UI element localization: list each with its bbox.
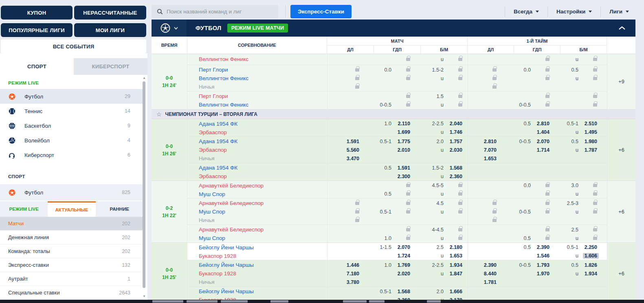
- tab-live-mode[interactable]: РЕЖИМ LIVE: [0, 201, 48, 217]
- odds-line[interactable]: 1.546: [515, 252, 561, 260]
- more-markets-button[interactable]: +9: [607, 54, 635, 109]
- match-row[interactable]: Арнавуткёй БеледиеспорМуш СпорНичья0.5-1…: [187, 198, 607, 225]
- always-dropdown[interactable]: Всегда: [505, 9, 547, 15]
- odds-line[interactable]: 1.699: [374, 128, 422, 137]
- match-row[interactable]: Веллингтон Фениксuu: [187, 54, 607, 65]
- my-leagues-button[interactable]: МОИ ЛИГИ: [74, 23, 146, 37]
- search-input[interactable]: [167, 9, 270, 15]
- coupon-button[interactable]: КУПОН: [1, 6, 73, 20]
- sport-selector[interactable]: [152, 20, 187, 37]
- odds-line[interactable]: 7.070: [468, 146, 515, 154]
- scrollbar-thumb[interactable]: [143, 81, 145, 288]
- odds-line[interactable]: 2.01.666: [422, 287, 468, 296]
- odds-line[interactable]: 2.010: [374, 146, 422, 154]
- all-events-button[interactable]: ВСЕ СОБЫТИЯ: [1, 39, 146, 53]
- popular-leagues-button[interactable]: ПОПУЛЯРНЫЕ ЛИГИ: [1, 23, 73, 37]
- star-icon[interactable]: ☆: [156, 111, 162, 117]
- odds-line[interactable]: 2.810: [468, 137, 515, 146]
- scroll-up-icon[interactable]: ▲: [142, 76, 146, 80]
- sidebar-item-football-prematch[interactable]: Футбол 825: [0, 184, 143, 201]
- odds-line[interactable]: 2.52.180: [422, 243, 468, 252]
- odds-line[interactable]: 2.01.757: [422, 137, 468, 146]
- match-row[interactable]: Бейоглу Йени ЧаршыБукаспор 1928Ничья1.44…: [187, 260, 607, 287]
- odds-line[interactable]: u2.360: [422, 172, 468, 181]
- odds-line[interactable]: 2.300: [374, 172, 422, 181]
- match-row[interactable]: Арнавуткёй БеледиеспорМуш Спор0.54.5-5u0…: [187, 181, 607, 198]
- match-row[interactable]: Бейоглу Йени ЧаршыБукаспор 19281-1.52.07…: [187, 243, 607, 260]
- market-filter-item[interactable]: Аутрайт1: [0, 272, 143, 286]
- match-row[interactable]: Адана 1954 ФКЭрбааспорНичья1.5915.5603.4…: [187, 137, 607, 163]
- odds-line[interactable]: 1.970: [515, 269, 561, 278]
- sidebar-item-volleyball[interactable]: Волейбол4: [0, 133, 143, 148]
- tab-early[interactable]: РАННИЕ: [96, 201, 143, 217]
- tab-sport[interactable]: СПОРТ: [0, 58, 74, 75]
- odds-line[interactable]: 8.440: [468, 269, 515, 278]
- odds-line[interactable]: 7.180: [327, 269, 374, 278]
- more-markets-button[interactable]: +6: [607, 181, 635, 242]
- more-markets-button[interactable]: +6: [607, 243, 635, 300]
- match-row[interactable]: Перт ГлориВеллингтон ФениксНичья0.01.5-2…: [187, 65, 607, 92]
- odds-line[interactable]: 0.5-11.568: [374, 287, 422, 296]
- odds-line[interactable]: 1.591: [327, 137, 374, 146]
- odds-line[interactable]: 2.390: [468, 261, 515, 269]
- market-filter-item[interactable]: Команда: тоталы202: [0, 244, 143, 258]
- odds-line[interactable]: u1.787: [561, 146, 607, 154]
- odds-line[interactable]: 3.470: [327, 154, 374, 163]
- odds-line[interactable]: u1.606: [561, 252, 607, 260]
- sidebar-scrollbar[interactable]: ▲ ▼: [143, 76, 146, 298]
- odds-line[interactable]: 3.780: [327, 278, 374, 286]
- odds-line[interactable]: 0-0.52.070: [515, 137, 561, 146]
- odds-line[interactable]: 1.781: [468, 278, 515, 286]
- odds-line[interactable]: 5.560: [327, 146, 374, 154]
- odds-line[interactable]: 1.653: [468, 154, 515, 163]
- sidebar-item-esports[interactable]: Киберспорт6: [0, 148, 143, 162]
- market-filter-item[interactable]: Матчи202: [0, 217, 143, 231]
- match-row[interactable]: Арнавуткёй БеледиеспорМуш Спор1.04-4.5u0…: [187, 225, 607, 242]
- sidebar-item-basketball[interactable]: Баскетбол9: [0, 118, 143, 133]
- sidebar-item-tennis[interactable]: Теннис14: [0, 104, 143, 118]
- odds-line[interactable]: u1.495: [561, 128, 607, 137]
- odds-line[interactable]: 2-2.52.040: [422, 120, 468, 128]
- tab-actual[interactable]: АКТУАЛЬНЫЕ: [48, 201, 95, 217]
- market-filter-item[interactable]: Денежная линия202: [0, 231, 143, 244]
- odds-line[interactable]: 1.5-21.568: [422, 163, 468, 172]
- scroll-down-icon[interactable]: ▼: [142, 295, 146, 298]
- more-markets-button[interactable]: +6: [607, 119, 635, 181]
- sidebar-item-football[interactable]: Футбол29: [0, 89, 143, 104]
- leagues-dropdown[interactable]: Лиги: [601, 9, 637, 15]
- odds-line[interactable]: 0.5-12.510: [561, 120, 607, 128]
- odds-line[interactable]: u1.847: [422, 269, 468, 278]
- odds-line[interactable]: 0.52.390: [515, 243, 561, 252]
- match-row[interactable]: Бейоглу Йени ЧаршыБукаспор 19280.5-11.56…: [187, 287, 607, 300]
- express-bets-button[interactable]: Экспресс-Ставки: [290, 5, 352, 18]
- odds-line[interactable]: 2.360: [374, 296, 422, 300]
- unsettled-button[interactable]: НЕРАССЧИТАННЫЕ: [74, 6, 146, 20]
- collapse-section-button[interactable]: [618, 26, 626, 30]
- odds-line[interactable]: u2.170: [422, 296, 468, 300]
- odds-line[interactable]: u2.030: [422, 146, 468, 154]
- odds-line[interactable]: 2.020: [374, 269, 422, 278]
- match-row[interactable]: Перт ГлориВеллингтон Феникс0-0.51.5u0-0.…: [187, 92, 607, 109]
- match-row[interactable]: Адана 1954 ФКЭрбааспор0.51.5912.3001.5-2…: [187, 163, 607, 181]
- odds-line[interactable]: 2-2.51.934: [422, 261, 468, 269]
- odds-line[interactable]: 0.51.826: [561, 261, 607, 269]
- odds-line[interactable]: u1.746: [422, 128, 468, 137]
- search-box[interactable]: [152, 5, 278, 18]
- odds-line[interactable]: 0.51.591: [374, 163, 422, 172]
- odds-line[interactable]: 1.446: [327, 261, 374, 269]
- settings-dropdown[interactable]: Настройки: [548, 9, 600, 15]
- odds-line[interactable]: 0.5-11.775: [374, 137, 422, 146]
- odds-line[interactable]: 1.01.769: [374, 261, 422, 269]
- odds-line[interactable]: 0.5-12.250: [561, 243, 607, 252]
- odds-line[interactable]: 1.02.110: [374, 120, 422, 128]
- odds-line[interactable]: u1.934: [561, 269, 607, 278]
- odds-line[interactable]: 1.714: [515, 146, 561, 154]
- odds-line[interactable]: 1-1.52.070: [374, 243, 422, 252]
- odds-line[interactable]: 1.404: [515, 128, 561, 137]
- odds-line[interactable]: 0-0.51.793: [515, 261, 561, 269]
- market-filter-item[interactable]: Специальные ставки2643: [0, 286, 143, 300]
- market-filter-item[interactable]: Экспресс-ставки132: [0, 258, 143, 272]
- odds-line[interactable]: 0.52.810: [515, 120, 561, 128]
- odds-line[interactable]: 0.51.980: [561, 137, 607, 146]
- odds-line[interactable]: 1.724: [374, 252, 422, 260]
